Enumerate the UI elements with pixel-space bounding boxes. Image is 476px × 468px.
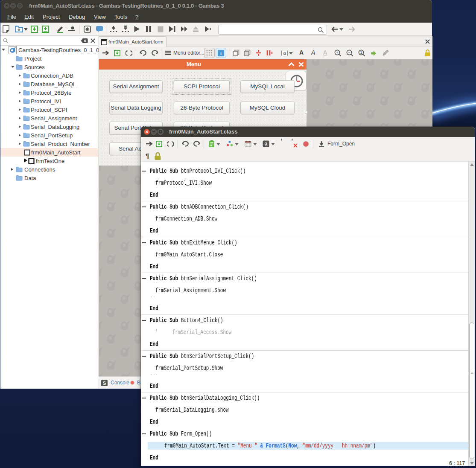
svg-text:1: 1 xyxy=(360,50,362,55)
svg-text:+: + xyxy=(336,50,338,55)
svg-text:i: i xyxy=(220,51,222,56)
svg-text:−: − xyxy=(348,50,350,55)
svg-text:a: a xyxy=(283,50,286,55)
svg-text:a: a xyxy=(265,141,268,147)
